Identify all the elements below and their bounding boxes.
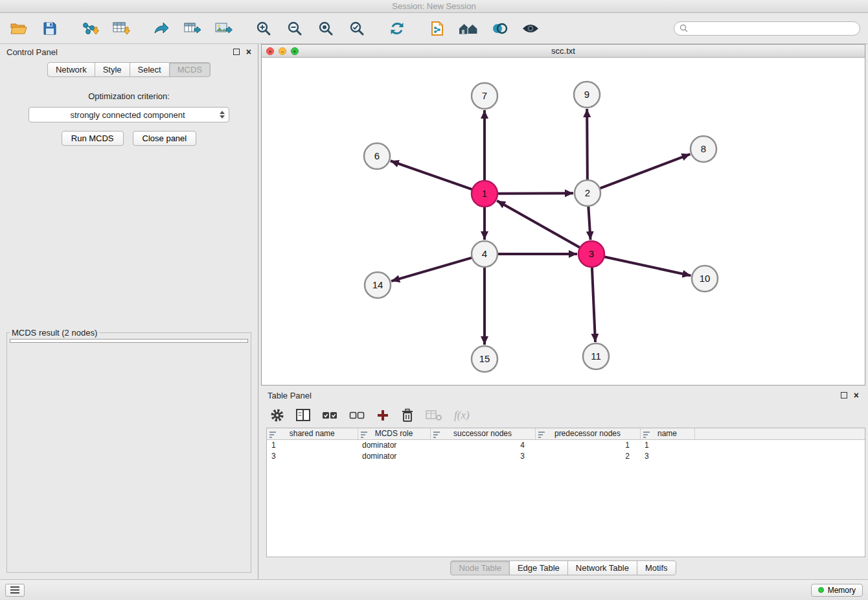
column-header-successor-nodes[interactable]: successor nodes	[430, 428, 535, 439]
edge-3-11[interactable]	[592, 267, 595, 342]
show-columns-button[interactable]	[296, 409, 310, 422]
close-table-panel-icon[interactable]: ×	[854, 392, 859, 398]
tab-mcds[interactable]: MCDS	[169, 62, 211, 77]
import-table-button[interactable]	[110, 17, 132, 40]
node-2[interactable]: 2	[575, 180, 600, 206]
edge-4-14[interactable]	[391, 258, 472, 281]
table-cell[interactable]: 4	[430, 439, 535, 450]
network-from-clipboard-button[interactable]	[426, 17, 448, 40]
main-toolbar	[0, 13, 868, 44]
zoom-selected-button[interactable]	[346, 17, 368, 40]
edge-1-2[interactable]	[497, 193, 573, 194]
memory-label: Memory	[828, 586, 856, 595]
column-header-name[interactable]: name	[640, 428, 694, 439]
edge-3-1[interactable]	[497, 201, 580, 248]
table-cell[interactable]: 3	[430, 450, 535, 461]
node-7[interactable]: 7	[472, 83, 497, 109]
tab-network[interactable]: Network	[47, 62, 95, 77]
open-session-button[interactable]	[8, 17, 30, 40]
add-column-button[interactable]	[376, 409, 389, 422]
double-home-icon	[458, 21, 479, 36]
edge-2-3[interactable]	[588, 206, 590, 240]
close-panel-icon[interactable]: ×	[246, 49, 251, 55]
show-hide-button[interactable]	[520, 17, 542, 40]
node-15[interactable]: 15	[472, 346, 497, 372]
export-table-button[interactable]	[181, 17, 203, 40]
search-box[interactable]	[674, 21, 860, 36]
tab-motifs[interactable]: Motifs	[637, 560, 676, 575]
select-all-columns-button[interactable]	[322, 410, 337, 421]
import-network-button[interactable]	[79, 17, 101, 40]
minimize-window-icon[interactable]: −	[279, 47, 286, 55]
node-8[interactable]: 8	[691, 136, 716, 162]
node-label: 10	[700, 273, 711, 284]
column-header-shared-name[interactable]: shared name	[267, 428, 358, 439]
edge-2-8[interactable]	[600, 154, 691, 189]
edge-3-10[interactable]	[604, 257, 691, 275]
home-network-button[interactable]	[457, 17, 479, 40]
control-panel-header: Control Panel ×	[0, 44, 258, 60]
tab-network-table[interactable]: Network Table	[567, 560, 637, 575]
tab-style[interactable]: Style	[95, 62, 130, 77]
node-table[interactable]: shared nameMCDS rolesuccessor nodesprede…	[266, 428, 865, 557]
node-3[interactable]: 3	[578, 241, 604, 267]
float-table-panel-icon[interactable]	[841, 392, 847, 398]
zoom-out-button[interactable]	[284, 17, 306, 40]
table-cell[interactable]: 1	[535, 439, 640, 450]
column-header-MCDS-role[interactable]: MCDS role	[358, 428, 430, 439]
table-cell[interactable]: dominator	[358, 450, 430, 461]
style-button[interactable]	[488, 17, 510, 40]
table-cell[interactable]: 3	[267, 450, 358, 461]
window-titlebar[interactable]: Session: New Session	[0, 0, 868, 13]
node-6[interactable]: 6	[364, 143, 390, 169]
export-image-button[interactable]	[212, 17, 234, 40]
tab-edge-table[interactable]: Edge Table	[509, 560, 568, 575]
save-session-button[interactable]	[39, 17, 61, 40]
node-11[interactable]: 11	[583, 343, 609, 369]
export-network-button[interactable]	[150, 17, 172, 40]
network-window-titlebar[interactable]: × − + scc.txt	[262, 45, 865, 58]
table-row[interactable]: 3dominator323	[267, 450, 865, 461]
control-panel: Control Panel × NetworkStyleSelectMCDS O…	[0, 44, 258, 579]
apply-layout-button[interactable]	[386, 17, 408, 40]
criterion-select[interactable]: strongly connected component	[29, 107, 229, 122]
table-cell[interactable]: dominator	[358, 439, 430, 450]
column-header-predecessor-nodes[interactable]: predecessor nodes	[535, 428, 640, 439]
table-cell[interactable]: 1	[640, 439, 694, 450]
table-cell[interactable]: 3	[640, 450, 694, 461]
table-cell[interactable]: 2	[535, 450, 640, 461]
edge-2-9[interactable]	[587, 109, 588, 180]
network-canvas[interactable]: 7968124314101511	[262, 58, 865, 385]
deselect-all-columns-button[interactable]	[349, 410, 365, 421]
result-scrollbar[interactable]	[240, 340, 247, 341]
table-settings-button[interactable]	[270, 408, 284, 422]
node-label: 7	[482, 90, 487, 101]
node-14[interactable]: 14	[365, 272, 391, 298]
maximize-window-icon[interactable]: +	[291, 47, 299, 55]
network-graph[interactable]: 7968124314101511	[262, 58, 865, 385]
search-input[interactable]	[691, 24, 854, 33]
node-9[interactable]: 9	[574, 82, 600, 108]
save-floppy-icon	[43, 21, 57, 36]
tab-select[interactable]: Select	[130, 62, 170, 77]
edge-1-6[interactable]	[391, 161, 472, 189]
float-panel-icon[interactable]	[233, 49, 240, 55]
tab-node-table[interactable]: Node Table	[450, 560, 510, 575]
close-window-icon[interactable]: ×	[266, 47, 274, 55]
node-1[interactable]: 1	[472, 181, 497, 207]
mcds-result-list[interactable]: 13	[10, 339, 248, 343]
run-mcds-button[interactable]: Run MCDS	[62, 131, 124, 146]
zoom-in-button[interactable]	[253, 17, 275, 40]
table-cell[interactable]: 1	[267, 439, 358, 450]
column-header-filler	[694, 428, 865, 439]
show-panels-button[interactable]	[5, 584, 25, 597]
delete-column-button[interactable]	[401, 408, 414, 422]
zoom-in-icon	[256, 21, 271, 36]
node-4[interactable]: 4	[472, 241, 497, 267]
zoom-fit-button[interactable]	[315, 17, 337, 40]
close-panel-button[interactable]: Close panel	[133, 131, 197, 146]
node-10[interactable]: 10	[692, 266, 718, 292]
table-row[interactable]: 1dominator411	[267, 439, 865, 450]
optimization-label: Optimization criterion:	[0, 91, 258, 101]
memory-button[interactable]: Memory	[811, 584, 863, 597]
